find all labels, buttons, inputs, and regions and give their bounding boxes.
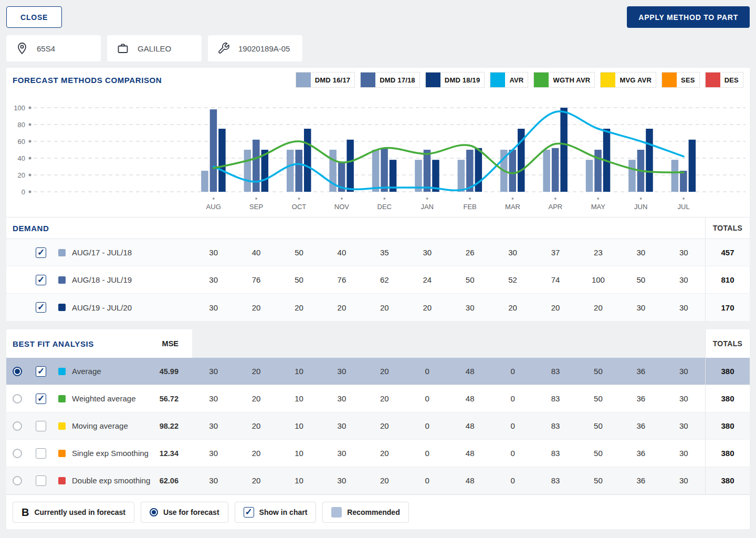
demand-value-cell: 40: [320, 248, 363, 257]
bestfit-value-cell: 20: [235, 449, 277, 458]
legend-show-in-chart: Show in chart: [235, 502, 317, 523]
bestfit-value-cell: 20: [363, 421, 406, 430]
svg-text:80: 80: [18, 121, 25, 129]
legend-label: WGTH AVR: [549, 73, 594, 87]
demand-value-cell: 30: [448, 303, 491, 312]
show-in-chart-checkbox[interactable]: [36, 475, 46, 486]
legend-label: DMD 16/17: [311, 73, 355, 87]
legend-recommended: Recommended: [322, 502, 408, 523]
use-for-forecast-radio[interactable]: [13, 394, 22, 404]
demand-value-cell: 37: [534, 248, 576, 257]
use-for-forecast-radio[interactable]: [13, 476, 22, 485]
demand-header: DEMAND TOTALS: [6, 217, 750, 239]
bestfit-value-cell: 83: [534, 367, 576, 376]
legend-item-ses: SES: [662, 72, 700, 88]
bestfit-value-cell: 36: [620, 449, 662, 458]
bestfit-value-cell: 20: [363, 476, 406, 485]
bestfit-value-cell: 83: [534, 449, 576, 458]
demand-value-cell: 76: [320, 275, 363, 284]
bestfit-value-cell: 30: [192, 421, 235, 430]
demand-value-cell: 30: [620, 303, 662, 312]
bestfit-value-cell: 30: [320, 449, 363, 458]
bestfit-value-cell: 0: [406, 367, 448, 376]
bestfit-value-cell: 20: [235, 476, 277, 485]
chart-legend: DMD 16/17DMD 17/18DMD 18/19AVRWGTH AVRMV…: [296, 72, 743, 88]
bestfit-value-cell: 30: [320, 367, 363, 376]
method-label: Moving average: [72, 421, 128, 430]
part-number-chip: 19020189A-05: [208, 35, 302, 61]
close-button[interactable]: CLOSE: [6, 6, 62, 28]
use-for-forecast-radio[interactable]: [13, 449, 22, 458]
bestfit-row-left: Single exp Smoothing12.34: [6, 440, 192, 467]
demand-value-cell: 50: [278, 248, 320, 257]
show-in-chart-checkbox[interactable]: [36, 366, 46, 377]
bestfit-value-cell: 10: [278, 394, 320, 403]
method-label: Double exp smoothing: [72, 476, 150, 485]
bestfit-value-cell: 0: [406, 421, 448, 430]
show-in-chart-checkbox[interactable]: [36, 448, 46, 459]
demand-row-label: AUG/18 - JUL/19: [72, 275, 132, 284]
bestfit-value-cell: 0: [406, 449, 448, 458]
demand-total-cell: 170: [705, 294, 750, 321]
show-in-chart-checkbox[interactable]: [36, 302, 46, 313]
svg-text:JUL: JUL: [678, 203, 690, 211]
legend-item-wgth-avr: WGTH AVR: [533, 72, 595, 88]
bar-series-dmd-17-18: [210, 109, 687, 192]
svg-text:60: 60: [18, 138, 25, 146]
svg-text:MAR: MAR: [505, 203, 520, 211]
show-in-chart-checkbox[interactable]: [36, 275, 46, 285]
bestfit-value-cell: 48: [448, 367, 491, 376]
mse-value: 12.34: [160, 449, 178, 458]
bestfit-header-band: [192, 329, 705, 358]
use-for-forecast-radio[interactable]: [13, 367, 22, 376]
demand-value-cell: 26: [448, 248, 491, 257]
demand-value-cell: 35: [363, 248, 406, 257]
show-in-chart-checkbox[interactable]: [36, 247, 46, 258]
mse-header: MSE: [162, 339, 178, 348]
bestfit-value-cell: 50: [577, 394, 620, 403]
demand-row-left: AUG/18 - JUL/19: [6, 266, 192, 293]
bestfit-row-left: Average45.99: [6, 358, 192, 385]
bestfit-value-cell: 30: [663, 367, 705, 376]
bestfit-value-cell: 83: [534, 421, 576, 430]
bestfit-total-cell: 380: [705, 358, 750, 385]
chart-and-demand-panel: FORECAST METHODS COMPARISON DMD 16/17DMD…: [6, 68, 750, 321]
forecast-page: CLOSE APPLY METHOD TO PART 65S4 GALILEO …: [0, 0, 756, 538]
demand-total-cell: 457: [705, 239, 750, 266]
bestfit-value-cell: 20: [363, 449, 406, 458]
series-color-swatch: [361, 73, 375, 87]
bestfit-value-cell: 30: [320, 476, 363, 485]
demand-value-cell: 30: [192, 275, 235, 284]
legend-item-dmd-17-18: DMD 17/18: [360, 72, 420, 88]
bold-b-icon: B: [22, 507, 29, 518]
demand-value-cell: 50: [620, 275, 662, 284]
bestfit-total-cell: 380: [705, 467, 750, 494]
bestfit-value-cell: 83: [534, 394, 576, 403]
demand-row-left: AUG/17 - JUL/18: [6, 239, 192, 266]
series-color-swatch: [490, 73, 505, 87]
bestfit-total-cell: 380: [705, 440, 750, 467]
show-in-chart-checkbox[interactable]: [36, 421, 46, 431]
use-for-forecast-radio[interactable]: [13, 421, 22, 431]
demand-value-cell: 20: [406, 303, 448, 312]
bestfit-table: Average45.993020103020048083503630380Wei…: [6, 358, 750, 494]
demand-value-cell: 20: [235, 303, 277, 312]
forecast-chart: 020406080100AUGSEPOCTNOVDECJANFEBMARAPRM…: [6, 92, 750, 217]
bestfit-row-left: Weighted average56.72: [6, 385, 192, 412]
svg-text:SEP: SEP: [249, 203, 263, 211]
bestfit-value-cell: 10: [278, 421, 320, 430]
demand-value-cell: 52: [491, 275, 534, 284]
recommended-swatch-icon: [331, 507, 342, 518]
demand-value-cell: 30: [620, 248, 662, 257]
demand-value-cell: 40: [235, 248, 277, 257]
demand-value-cell: 100: [577, 275, 620, 284]
show-in-chart-checkbox[interactable]: [36, 394, 46, 404]
demand-value-cell: 74: [534, 275, 576, 284]
apply-method-to-part-button[interactable]: APPLY METHOD TO PART: [627, 6, 750, 28]
bestfit-value-cell: 36: [620, 367, 662, 376]
demand-row-left: AUG/19 - JUL/20: [6, 294, 192, 321]
checkbox-checked-icon: [244, 507, 254, 518]
bestfit-value-cell: 0: [406, 476, 448, 485]
bestfit-value-cell: 20: [363, 367, 406, 376]
bestfit-totals-header: TOTALS: [705, 329, 750, 358]
